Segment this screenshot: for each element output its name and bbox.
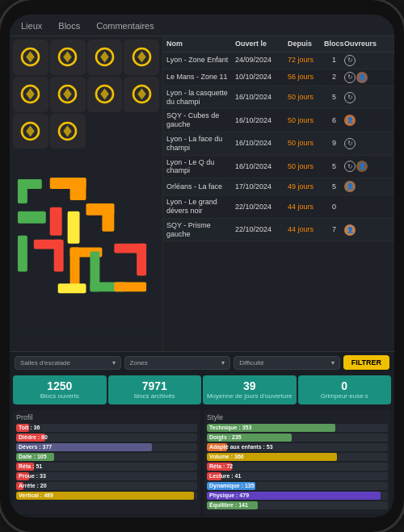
bar-label-text: Physique : 479 [209, 492, 249, 498]
nom: Orléans - La face [166, 182, 235, 191]
bar-track: Réta : 72 [207, 463, 388, 471]
header-nom: Nom [166, 40, 235, 48]
table-row[interactable]: Lyon - Le Q du champi 16/10/2024 50 jour… [163, 156, 394, 179]
icon-refresh: ↻ [344, 138, 356, 149]
filter-button[interactable]: FILTRER [343, 355, 389, 370]
table-row[interactable]: Le Mans - Zone 11 10/10/2024 56 jours 2 … [163, 69, 394, 86]
logo-2[interactable] [50, 40, 86, 75]
bar-label-text: Lecture : 41 [209, 473, 241, 479]
table-row[interactable]: Lyon - Zone Enfant 24/09/2024 72 jours 1… [163, 52, 394, 69]
bar-row: Dévers : 377 [16, 443, 197, 451]
table-row[interactable]: SQY - Cubes de gauche 16/10/2024 50 jour… [163, 109, 394, 132]
stat-label: Blocs ouverts [16, 392, 103, 400]
nom: SQY - Cubes de gauche [166, 111, 235, 129]
table-header: Nom Ouvert le Depuis Blocs Ouvreurs [163, 36, 394, 52]
stat-label: Grimpeur·euse·s [301, 392, 389, 400]
bar-track: Lecture : 41 [207, 472, 388, 480]
bar-label-text: Dalle : 105 [19, 454, 47, 459]
bar-label-text: Réta : 72 [209, 463, 233, 469]
logo-3[interactable] [87, 40, 123, 75]
bar-row: Dynamique : 135 [207, 482, 388, 490]
main-content: Nom Ouvert le Depuis Blocs Ouvreurs Lyon… [10, 36, 394, 351]
filter-zones[interactable]: Zones ▾ [124, 356, 231, 370]
svg-rect-25 [18, 212, 46, 224]
logo-6[interactable] [50, 77, 86, 112]
map-area [10, 152, 162, 351]
blocs: 6 [324, 116, 344, 125]
bar-row: Technique : 353 [207, 424, 388, 432]
ouvert: 22/10/2024 [235, 225, 288, 234]
nom: Lyon - la casquette du champi [166, 89, 235, 107]
stat-number: 39 [206, 379, 293, 392]
header-ouvert: Ouvert le [235, 40, 288, 48]
logo-5[interactable] [13, 77, 48, 112]
header-tabs: Lieux Blocs Commentaires [10, 15, 394, 36]
table-row[interactable]: Orléans - La face 17/10/2024 49 jours 5 … [163, 178, 394, 195]
logo-8[interactable] [124, 77, 159, 112]
ouvreurs: 👤 [344, 224, 377, 236]
bar-row: Toit : 36 [16, 424, 197, 432]
table-row[interactable]: Lyon - La face du champi 16/10/2024 50 j… [163, 132, 394, 156]
bar-track: Adapté aux enfants : 53 [207, 443, 388, 451]
header-blocs: Blocs [324, 40, 344, 48]
bar-label-text: Dévers : 377 [19, 444, 52, 450]
filter-difficulte[interactable]: Difficulté ▾ [234, 356, 340, 370]
bar-label-text: Proue : 33 [19, 473, 46, 479]
icon-refresh: ↻ [344, 92, 356, 103]
blocs: 5 [324, 162, 344, 171]
stat-number: 0 [301, 379, 389, 392]
logo-9[interactable] [13, 114, 48, 149]
chevron-down-icon: ▾ [221, 359, 225, 367]
icon-refresh: ↻ [344, 72, 356, 83]
depuis: 50 jours [288, 93, 324, 102]
blocs: 5 [324, 182, 344, 191]
bar-row: Réta : 51 [16, 463, 197, 471]
ouvreurs: 👤 [344, 115, 377, 126]
table-row[interactable]: Lyon - Le grand dévers noir 22/10/2024 4… [163, 195, 394, 219]
table-row[interactable]: Lyon - la casquette du champi 16/10/2024… [163, 86, 394, 110]
depuis: 50 jours [288, 116, 324, 125]
header-depuis: Depuis [288, 40, 324, 48]
depuis: 49 jours [288, 182, 324, 191]
stat-label: blocs archivés [112, 392, 199, 400]
bar-track: Dalle : 105 [16, 453, 197, 461]
bar-track: Dièdre : 80 [16, 434, 197, 442]
logo-10[interactable] [50, 114, 86, 149]
logo-1[interactable] [13, 40, 48, 75]
ouvreurs: ↻ 👤 [344, 72, 377, 83]
table-row[interactable]: SQY - Prisme gauche 22/10/2024 44 jours … [163, 219, 394, 242]
chart-style: Style Technique : 353Doigts : 235Adapté … [204, 410, 391, 514]
chart-profil-title: Profil [16, 413, 197, 421]
svg-rect-32 [54, 240, 64, 272]
bar-track: Doigts : 235 [207, 434, 388, 442]
bar-track: Toit : 36 [16, 424, 197, 432]
tab-lieux[interactable]: Lieux [18, 19, 45, 32]
filter-salles[interactable]: Salles d'escalade ▾ [15, 356, 121, 370]
filter-salles-label: Salles d'escalade [20, 359, 70, 367]
icon-refresh: ↻ [344, 161, 356, 172]
avatar: 👤 [356, 72, 368, 83]
bar-row: Lecture : 41 [207, 472, 388, 480]
logo-4[interactable] [124, 40, 159, 75]
logo-7[interactable] [87, 77, 123, 112]
svg-rect-39 [137, 244, 146, 276]
device-frame: Lieux Blocs Commentaires [0, 0, 404, 532]
avatar: 👤 [344, 181, 356, 192]
svg-rect-30 [18, 236, 27, 272]
svg-rect-27 [68, 212, 80, 244]
stats-row: 1250 Blocs ouverts 7971 blocs archivés 3… [10, 373, 394, 407]
bar-label-text: Réta : 51 [19, 463, 42, 469]
chart-style-title: Style [207, 413, 388, 421]
bar-row: Doigts : 235 [207, 434, 388, 442]
ouvert: 22/10/2024 [235, 203, 288, 212]
svg-rect-29 [102, 203, 114, 232]
ouvert: 16/10/2024 [235, 139, 288, 148]
icon-refresh: ↻ [344, 55, 356, 66]
bar-label-text: Équilibre : 141 [209, 502, 248, 508]
tab-blocs[interactable]: Blocs [55, 19, 83, 32]
bar-label-text: Volume : 360 [209, 454, 244, 459]
svg-rect-26 [50, 207, 62, 236]
nom: Lyon - La face du champi [166, 135, 235, 153]
bar-label-text: Doigts : 235 [209, 434, 242, 440]
tab-commentaires[interactable]: Commentaires [93, 19, 158, 32]
